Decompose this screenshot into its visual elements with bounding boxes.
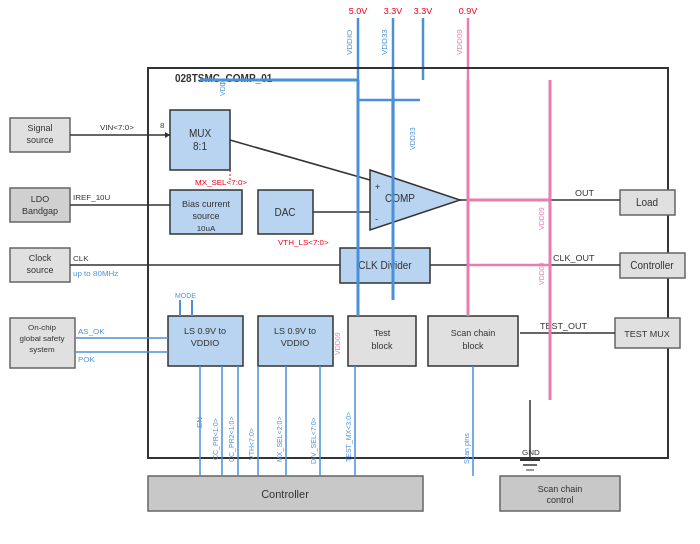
svg-text:VDD09: VDD09 [334,332,341,355]
svg-text:source: source [26,135,53,145]
svg-text:CLK Divider: CLK Divider [358,260,412,271]
svg-text:VTH<7:0>: VTH<7:0> [248,428,255,460]
svg-text:global safety: global safety [20,334,65,343]
svg-text:Scan pins: Scan pins [463,433,471,464]
svg-text:VIN<7:0>: VIN<7:0> [100,123,134,132]
svg-text:Controller: Controller [261,488,309,500]
svg-text:CLK: CLK [73,254,89,263]
svg-text:-: - [375,214,378,224]
svg-text:TEST MUX: TEST MUX [624,329,669,339]
svg-text:MUX: MUX [189,128,212,139]
svg-text:block: block [371,341,393,351]
svg-text:Bias current: Bias current [182,199,231,209]
svg-text:control: control [546,495,573,505]
svg-text:5.0V: 5.0V [349,6,368,16]
svg-text:TEST_MX<3:0>: TEST_MX<3:0> [345,412,353,462]
svg-text:DAC: DAC [274,207,295,218]
diagram: 5.0V 3.3V 3.3V 0.9V VDDIO VDD33 VDD09 02… [0,0,700,544]
svg-text:POK: POK [78,355,96,364]
svg-text:VDDIO: VDDIO [191,338,220,348]
svg-text:MX_SEL<7:0>: MX_SEL<7:0> [195,178,247,187]
svg-text:COMP: COMP [385,193,415,204]
svg-text:LS 0.9V to: LS 0.9V to [184,326,226,336]
svg-text:VDD33: VDD33 [409,127,416,150]
svg-text:VDD33: VDD33 [380,29,389,55]
svg-marker-35 [370,170,460,230]
svg-text:+: + [375,182,380,192]
svg-text:Bandgap: Bandgap [22,206,58,216]
svg-line-81 [230,140,370,180]
svg-text:VDD09: VDD09 [455,29,464,55]
svg-text:OUT: OUT [575,188,595,198]
svg-text:GND: GND [522,448,540,457]
svg-text:VDDIO: VDDIO [345,30,354,55]
svg-text:VDD: VDD [219,81,226,96]
svg-text:8: 8 [160,121,165,130]
svg-text:VDD09: VDD09 [538,207,545,230]
svg-text:TEST_OUT: TEST_OUT [540,321,588,331]
svg-text:DIV_SEL<7:0>: DIV_SEL<7:0> [310,417,318,464]
svg-text:Clock: Clock [29,253,52,263]
svg-text:IREF_10U: IREF_10U [73,193,111,202]
svg-text:VDD09: VDD09 [538,262,545,285]
svg-text:MX_SEL<2:0>: MX_SEL<2:0> [276,416,284,462]
svg-text:LDO: LDO [31,194,50,204]
svg-text:VTH_LS<7:0>: VTH_LS<7:0> [278,238,329,247]
svg-text:up to 80MHz: up to 80MHz [73,269,118,278]
svg-text:source: source [192,211,219,221]
svg-text:MODE: MODE [175,292,196,299]
svg-text:Scan chain: Scan chain [451,328,496,338]
svg-text:CLK_OUT: CLK_OUT [553,253,595,263]
svg-text:system: system [29,345,55,354]
svg-text:VDDIO: VDDIO [281,338,310,348]
svg-text:AS_OK: AS_OK [78,327,105,336]
svg-text:Load: Load [636,197,658,208]
svg-text:3.3V: 3.3V [414,6,433,16]
svg-text:10uA: 10uA [197,224,216,233]
svg-text:Signal: Signal [27,123,52,133]
svg-text:Test: Test [374,328,391,338]
svg-rect-26 [170,110,230,170]
svg-text:3.3V: 3.3V [384,6,403,16]
svg-text:source: source [26,265,53,275]
svg-text:CC_PR<1:0>: CC_PR<1:0> [212,418,220,460]
svg-text:CC_PR2<1:0>: CC_PR2<1:0> [228,416,236,462]
svg-text:0.9V: 0.9V [459,6,478,16]
svg-text:Controller: Controller [630,260,674,271]
svg-text:block: block [462,341,484,351]
svg-text:LS 0.9V to: LS 0.9V to [274,326,316,336]
svg-text:8:1: 8:1 [193,141,207,152]
svg-text:On-chip: On-chip [28,323,57,332]
svg-text:Scan chain: Scan chain [538,484,583,494]
